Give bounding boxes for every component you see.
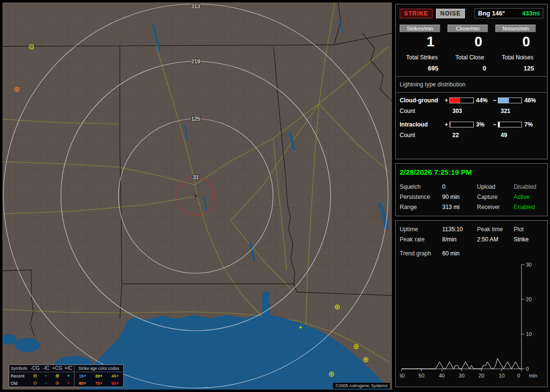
xtick-30: 30 (459, 373, 464, 378)
ytick-30: 30 (526, 262, 532, 267)
pos-ic-recent-icon: + (63, 374, 74, 378)
ic-plus-percent: 3% (474, 121, 492, 128)
bearing-display: Bng 146° 433mi (475, 8, 543, 18)
plus-sign: + (443, 121, 449, 128)
ic-minus-gauge (498, 122, 522, 127)
strikes-per-min-button[interactable]: Strikes/min (400, 25, 440, 32)
age-45: 45+ (107, 374, 123, 378)
legend-row-recent: Recent (9, 374, 29, 378)
strike-mode-button[interactable]: STRIKE (400, 9, 433, 18)
pos-cg-old-icon: ⊕ (52, 381, 63, 386)
legend-col-pos-cg: +CG (52, 366, 63, 371)
peak-time-label: Peak time (477, 224, 514, 235)
peak-rate-label: Peak rate (400, 235, 442, 245)
persistence-value: 90 min (442, 192, 477, 202)
age-30: 30+ (91, 374, 107, 378)
capture-label: Capture (477, 192, 514, 202)
map-legend: Symbols -CG -IC +CG +IC Strike age color… (9, 364, 124, 387)
divider (396, 76, 547, 77)
ring-label-219: 219 (191, 58, 200, 64)
strike-stats-panel: STRIKE NOISE Bng 146° 433mi Strikes/min … (395, 4, 548, 159)
receiver-status-panel: 2/28/2026 7:25:19 PM Squelch 0 Upload Di… (395, 163, 548, 216)
cloud-ground-row: Cloud-ground + 44% − 46% (400, 97, 543, 104)
sidebar: STRIKE NOISE Bng 146° 433mi Strikes/min … (395, 0, 548, 392)
age-75: 75+ (91, 381, 107, 386)
trend-graph-window: 60 min (442, 249, 477, 259)
map-canvas: 313 219 125 31 (2, 2, 392, 390)
neg-cg-old-icon: ⊖ (29, 381, 41, 386)
status-row: Persistence 90 min Capture Active (400, 192, 543, 202)
ring-label-31: 31 (193, 174, 199, 180)
legend-age-title: Strike age color codes (74, 365, 123, 372)
persistence-label: Persistence (400, 192, 442, 202)
legend-symbols-header: Symbols (9, 366, 29, 371)
ic-minus-percent: 7% (522, 121, 540, 128)
cg-minus-count: 321 (498, 108, 540, 114)
trend-panel: Uptime 1135:10 Peak time Plot Peak rate … (395, 220, 548, 387)
range-value: 313 mi (442, 202, 477, 212)
xtick-40: 40 (439, 373, 445, 378)
cg-minus-gauge (498, 98, 522, 103)
ring-label-313: 313 (191, 3, 200, 9)
copyright-notice: ©2005 Astrogenic Systems (333, 383, 390, 389)
ytick-0: 0 (526, 366, 529, 372)
rates-grid: Strikes/min 1 Total Strikes 695 Close/mi… (400, 25, 543, 72)
bearing-label: Bng 146° (478, 10, 505, 17)
trend-row: Trend graph 60 min (400, 249, 543, 259)
capture-value: Active (514, 192, 543, 202)
uptime-row: Uptime 1135:10 Peak time Plot (400, 224, 543, 235)
cloud-ground-label: Cloud-ground (400, 97, 443, 104)
ytick-20: 20 (526, 296, 532, 302)
noise-mode-button[interactable]: NOISE (436, 9, 465, 18)
neg-ic-old-icon: − (41, 381, 52, 386)
cg-minus-percent: 46% (522, 97, 540, 104)
squelch-label: Squelch (400, 182, 442, 192)
intracloud-row: Intracloud + 3% − 7% (400, 121, 543, 128)
xtick-10: 10 (499, 373, 505, 378)
uptime-value: 1135:10 (442, 224, 477, 235)
peak-time-value: 2:50 AM (477, 235, 514, 245)
status-row: Range 313 mi Receiver Enabled (400, 202, 543, 212)
legend-col-neg-cg: -CG (29, 366, 41, 371)
peak-rate-row: Peak rate 8/min 2:50 AM Strike (400, 235, 543, 245)
cloud-ground-count-row: Count 303 321 (400, 108, 543, 114)
neg-ic-recent-icon: − (41, 374, 52, 378)
ytick-10: 10 (526, 331, 532, 337)
cg-plus-gauge (449, 98, 474, 103)
xtick-0: 0 (517, 373, 520, 378)
ic-minus-count: 49 (498, 132, 540, 139)
receiver-label: Receiver (477, 202, 514, 212)
app-window: { "header": { "strike_button": "STRIKE",… (0, 0, 550, 392)
ring-label-125: 125 (191, 116, 200, 122)
legend-col-pos-ic: +IC (63, 366, 74, 371)
bearing-range-value: 433mi (522, 10, 540, 17)
strike-trend-graph: 30 20 10 0 60 50 40 30 20 10 0 min (400, 262, 543, 382)
pos-cg-recent-icon: ⊕ (52, 374, 63, 378)
xtick-20: 20 (478, 373, 484, 378)
cg-plus-percent: 44% (474, 97, 492, 104)
upload-value: Disabled (514, 182, 543, 192)
status-row: Squelch 0 Upload Disabled (400, 182, 543, 192)
total-close-label: Total Close (448, 54, 492, 61)
neg-cg-recent-icon: ⊖ (29, 374, 41, 378)
x-axis-unit: min (529, 373, 537, 378)
lightning-map[interactable]: 313 219 125 31 Symbols -CG -IC +CG +IC S… (2, 2, 392, 390)
total-close-value: 0 (448, 65, 492, 72)
noises-per-min-button[interactable]: Noises/min (495, 25, 536, 32)
total-strikes-value: 695 (400, 65, 444, 72)
total-noises-value: 125 (495, 65, 540, 72)
receiver-value: Enabled (514, 202, 543, 212)
close-per-min-value: 0 (448, 34, 492, 50)
minus-sign: − (492, 121, 498, 128)
age-60: 60+ (74, 381, 91, 386)
age-15: 15+ (74, 374, 91, 378)
legend-row-old: Old (9, 381, 29, 386)
trend-graph-label: Trend graph (400, 249, 442, 259)
intracloud-count-row: Count 22 49 (400, 132, 543, 139)
trend-line (402, 358, 521, 369)
current-datetime: 2/28/2026 7:25:19 PM (400, 168, 543, 176)
count-label: Count (400, 132, 443, 139)
uptime-label: Uptime (400, 224, 442, 235)
squelch-value: 0 (442, 182, 477, 192)
close-per-min-button[interactable]: Close/min (448, 25, 488, 32)
